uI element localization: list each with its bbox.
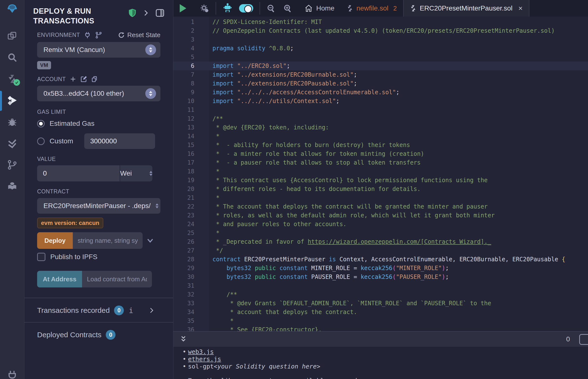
line-number: 19 (173, 176, 200, 185)
line-number: 14 (173, 132, 200, 141)
line-number: 27 (173, 246, 200, 255)
search-icon[interactable] (7, 52, 17, 63)
line-number: 32 (173, 290, 200, 299)
plug-icon[interactable] (7, 370, 17, 379)
tab-erc20-preset[interactable]: ERC20PresetMinterPauser.sol × (403, 0, 529, 16)
constructor-args-input[interactable] (73, 232, 143, 249)
code-line: 26 * _Deprecated in favor of https://wiz… (173, 237, 588, 246)
terminal-line[interactable]: •web3.js (173, 348, 588, 356)
publish-ipfs-checkbox[interactable] (37, 253, 46, 261)
file-explorer-icon[interactable] (7, 31, 17, 41)
value-unit-select[interactable]: Wei (120, 165, 152, 181)
plug-environment-icon[interactable] (84, 32, 91, 39)
compile-success-badge (14, 79, 20, 86)
run-settings-gear-icon[interactable] (200, 3, 209, 13)
terminal[interactable]: •web3.js•ethers.js•sol-gpt <your Solidit… (173, 347, 588, 379)
zoom-in-icon[interactable] (283, 4, 292, 13)
solidity-file-icon (347, 5, 353, 12)
collapse-terminal-icon[interactable] (179, 334, 187, 344)
tab-newfile[interactable]: newfile.sol 2 (340, 0, 403, 16)
line-number: 1 (173, 17, 200, 26)
line-number: 9 (173, 88, 200, 97)
code-line: 27 */ (173, 246, 588, 255)
line-number: 11 (173, 106, 200, 114)
info-icon[interactable]: i (129, 306, 133, 315)
ai-copilot-toggle[interactable] (239, 4, 253, 13)
code-line: 10import "../../../utils/Context.sol"; (173, 97, 588, 106)
home-icon (305, 4, 313, 13)
remix-ide-window: DEPLOY & RUN TRANSACTIONS ENVIRONMENT (0, 0, 588, 379)
code-line: 7import "../extensions/ERC20Burnable.sol… (173, 70, 588, 79)
terminal-bar: 0 (173, 331, 588, 347)
custom-gas-input[interactable] (84, 133, 155, 149)
terminal-search-box[interactable] (579, 334, 588, 345)
remix-logo-icon[interactable] (7, 3, 17, 14)
code-line: 36 * See {ERC20-constructor}. (173, 325, 588, 331)
line-number: 13 (173, 123, 200, 132)
git-icon[interactable] (7, 159, 17, 170)
line-number: 15 (173, 141, 200, 149)
code-line: 14 * (173, 132, 588, 141)
code-line: 12/** (173, 114, 588, 123)
custom-gas-radio[interactable] (37, 138, 45, 145)
line-number: 21 (173, 193, 200, 202)
estimated-gas-label: Estimated Gas (49, 120, 94, 127)
select-caret-icon (145, 88, 156, 99)
terminal-line[interactable]: •ethers.js (173, 356, 588, 363)
deployed-count-badge: 0 (106, 330, 115, 340)
terminal-hint: Type the library name to see available c… (173, 377, 588, 379)
transactions-expand-icon[interactable] (149, 307, 155, 314)
terminal-line: •sol-gpt <your Solidity question here> (173, 363, 588, 370)
line-number: 29 (173, 264, 200, 272)
line-number: 16 (173, 149, 200, 158)
deployed-contracts-row: Deployed Contracts 0 (24, 323, 173, 347)
plugin-manager-icon[interactable] (7, 181, 17, 192)
zoom-out-icon[interactable] (266, 4, 276, 13)
at-address-button[interactable]: At Address (37, 271, 82, 287)
reset-state-button[interactable]: Reset State (118, 31, 160, 39)
icon-rail (0, 0, 24, 379)
line-number: 5 (173, 53, 200, 62)
line-number: 34 (173, 308, 200, 316)
environment-select[interactable]: Remix VM (Cancun) (37, 42, 160, 58)
tab-home[interactable]: Home (299, 0, 340, 16)
code-line: 19 * This contract uses {AccessControl} … (173, 176, 588, 185)
code-line: 5 (173, 53, 588, 62)
tab-erc20-preset-label: ERC20PresetMinterPauser.sol (420, 4, 512, 12)
run-script-icon[interactable] (180, 4, 186, 13)
code-editor[interactable]: 1// SPDX-License-Identifier: MIT2// Open… (173, 16, 588, 331)
unit-caret-icon (149, 171, 152, 176)
tab-newfile-label: newfile.sol (356, 4, 388, 12)
contract-select[interactable]: ERC20PresetMinterPauser - .deps/ (37, 198, 160, 214)
expand-constructor-icon[interactable] (146, 237, 154, 245)
deploy-button[interactable]: Deploy (37, 232, 73, 249)
deploy-and-run-icon[interactable] (7, 95, 17, 106)
transactions-recorded-row: Transactions recorded 0 i (24, 298, 173, 322)
code-line: 32 /** (173, 290, 588, 299)
chevron-right-icon[interactable] (143, 9, 149, 16)
pin-panel-icon[interactable] (155, 9, 164, 17)
contract-selected-value: ERC20PresetMinterPauser - .deps/ (44, 202, 151, 210)
account-select[interactable]: 0x5B3...eddC4 (100 ether) (37, 86, 160, 101)
fork-environment-icon[interactable] (95, 32, 102, 39)
value-input[interactable] (37, 165, 120, 181)
code-line: 22 * The account that deploys the contra… (173, 202, 588, 211)
add-account-icon[interactable] (70, 76, 77, 82)
close-tab-icon[interactable]: × (518, 4, 523, 13)
line-number: 31 (173, 281, 200, 290)
account-selected-value: 0x5B3...eddC4 (100 ether) (44, 90, 124, 97)
estimated-gas-radio[interactable] (37, 120, 45, 127)
edit-account-icon[interactable] (80, 76, 87, 82)
code-line: 2// OpenZeppelin Contracts (last updated… (173, 26, 588, 35)
value-unit: Wei (120, 170, 132, 177)
debugger-icon[interactable] (7, 116, 17, 127)
shield-icon (128, 8, 137, 17)
unit-testing-icon[interactable] (7, 138, 17, 149)
code-line: 21 * (173, 193, 588, 202)
code-line: 25 * (173, 229, 588, 237)
code-line: 24 * and pauser roles to other accounts. (173, 220, 588, 229)
copy-account-icon[interactable] (91, 76, 98, 82)
solidity-compiler-icon[interactable] (7, 74, 17, 84)
ai-robot-icon[interactable] (222, 3, 233, 14)
at-address-input[interactable] (82, 271, 152, 287)
